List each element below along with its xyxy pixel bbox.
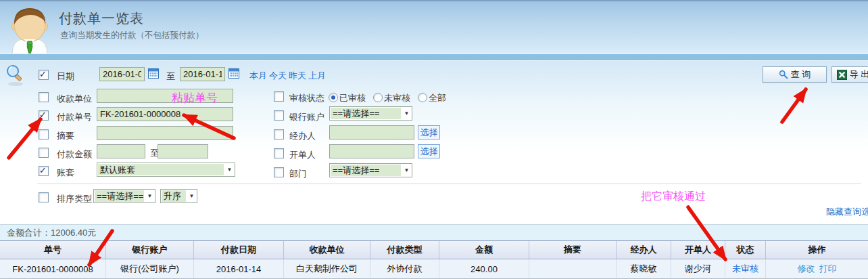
header-divider-strip [0, 53, 868, 60]
query-button-label: 查 询 [791, 68, 811, 81]
payment-no-label: 付款单号 [57, 111, 92, 123]
col-header-operation: 操作 [766, 241, 868, 259]
account-set-label: 账套 [57, 167, 74, 179]
status-unaudited-link[interactable]: 未审核 [732, 263, 758, 275]
summary-checkbox[interactable] [39, 129, 49, 140]
date-to-separator: 至 [166, 70, 175, 83]
col-header-status: 状态 [725, 241, 766, 259]
payment-no-input[interactable] [97, 107, 233, 121]
quick-link-yesterday[interactable]: 昨天 [289, 70, 306, 82]
amount-checkbox[interactable] [39, 148, 49, 158]
radio-all[interactable] [418, 93, 427, 102]
department-checkbox[interactable] [274, 167, 284, 177]
radio-audited[interactable] [329, 93, 338, 102]
calendar-icon[interactable] [228, 68, 239, 79]
cell-status: 未审核 [725, 259, 766, 278]
creator-choose-button[interactable]: 选择 [418, 144, 440, 158]
payment-no-checkbox[interactable] [39, 110, 49, 121]
cell-bank-account: 银行(公司账户) [106, 259, 194, 278]
col-header-amount: 金额 [439, 241, 529, 259]
sort-label: 排序类型 [57, 193, 92, 205]
page-title: 付款单一览表 [59, 9, 144, 28]
cell-creator: 谢少河 [671, 259, 725, 278]
page-subtitle: 查询当期发生的付款（不包括预付款） [60, 30, 204, 41]
creator-label: 开单人 [289, 149, 316, 161]
amount-from-input[interactable] [97, 144, 145, 158]
amount-to-input[interactable] [158, 144, 208, 158]
cell-handler: 蔡晓敏 [617, 259, 671, 278]
radio-all-label: 全部 [429, 92, 446, 104]
radio-unaudited[interactable] [373, 93, 383, 102]
col-header-summary: 摘要 [529, 241, 617, 259]
panel-divider [37, 184, 861, 184]
summary-label: 摘要 [57, 130, 74, 142]
calendar-icon[interactable] [148, 68, 159, 79]
chevron-down-icon [224, 163, 235, 176]
bank-account-dropdown[interactable]: ==请选择== [329, 106, 412, 121]
quick-link-today[interactable]: 今天 [269, 70, 287, 82]
col-header-pay-date: 付款日期 [194, 241, 284, 259]
chevron-down-icon [402, 107, 412, 120]
quick-link-this-month[interactable]: 本月 [249, 70, 267, 82]
user-avatar-icon [8, 4, 51, 54]
creator-checkbox[interactable] [274, 148, 284, 158]
date-checkbox[interactable] [39, 70, 49, 80]
cell-pay-type: 外协付款 [370, 259, 439, 278]
col-header-no: 单号 [0, 241, 106, 259]
chevron-down-icon [187, 190, 197, 202]
radio-unaudited-label: 未审核 [384, 92, 410, 104]
cell-amount: 240.00 [439, 259, 529, 278]
export-button-label: 导 出 [850, 68, 868, 81]
quick-link-last-month[interactable]: 上月 [308, 70, 326, 82]
radio-audited-label: 已审核 [339, 92, 366, 104]
audit-status-checkbox[interactable] [274, 91, 284, 102]
cell-no: FK-201601-0000008 [0, 259, 106, 278]
hide-query-options-link[interactable]: 隐藏查询选项 [826, 206, 868, 218]
print-link[interactable]: 打印 [819, 263, 837, 275]
search-icon [5, 64, 26, 87]
payee-checkbox[interactable] [39, 92, 49, 102]
cell-payee: 白天鹅制作公司 [284, 259, 370, 278]
creator-input[interactable] [329, 144, 414, 158]
query-button[interactable]: 查 询 [763, 66, 827, 83]
sort-type-dropdown[interactable]: ==请选择== [93, 189, 155, 203]
search-small-icon [779, 70, 788, 79]
date-label: 日期 [57, 70, 74, 83]
col-header-creator: 开单人 [671, 241, 725, 259]
date-from-input[interactable] [99, 67, 145, 81]
handler-checkbox[interactable] [274, 129, 284, 140]
account-set-checkbox[interactable] [39, 166, 49, 176]
col-header-bank-account: 银行账户 [106, 241, 194, 259]
excel-icon [837, 70, 847, 80]
audit-status-label: 审核状态 [289, 92, 324, 104]
edit-link[interactable]: 修改 [798, 263, 815, 275]
cell-summary [529, 259, 617, 278]
chevron-down-icon [402, 164, 412, 177]
bank-account-label: 银行账户 [289, 111, 324, 123]
col-header-payee: 收款单位 [284, 241, 370, 259]
table-header-row: 单号 银行账户 付款日期 收款单位 付款类型 金额 摘要 经办人 开单人 状态 … [0, 240, 868, 259]
summary-bar: 金额合计：12006.40元 [0, 224, 868, 240]
department-label: 部门 [289, 168, 307, 180]
handler-label: 经办人 [289, 130, 316, 142]
payee-label: 收款单位 [57, 93, 92, 105]
chevron-down-icon [145, 190, 155, 202]
sort-checkbox[interactable] [39, 192, 49, 202]
export-button[interactable]: 导 出 [831, 66, 868, 83]
date-to-input[interactable] [180, 67, 225, 81]
sort-order-dropdown[interactable]: 升序 [160, 189, 197, 203]
table-row: FK-201601-0000008 银行(公司账户) 2016-01-14 白天… [0, 259, 868, 279]
amount-label: 付款金额 [57, 148, 92, 160]
bank-account-checkbox[interactable] [274, 110, 284, 121]
col-header-pay-type: 付款类型 [370, 241, 439, 259]
col-header-handler: 经办人 [617, 241, 671, 259]
cell-pay-date: 2016-01-14 [194, 259, 284, 278]
amount-total-label: 金额合计：12006.40元 [7, 227, 96, 239]
handler-choose-button[interactable]: 选择 [418, 125, 440, 140]
annotation-approve: 把它审核通过 [641, 190, 706, 204]
account-set-dropdown[interactable]: 默认账套 [97, 163, 235, 177]
department-dropdown[interactable]: ==请选择== [329, 163, 412, 177]
summary-input[interactable] [97, 126, 233, 140]
handler-input[interactable] [329, 125, 414, 140]
cell-operation: 修改 打印 [766, 259, 868, 278]
